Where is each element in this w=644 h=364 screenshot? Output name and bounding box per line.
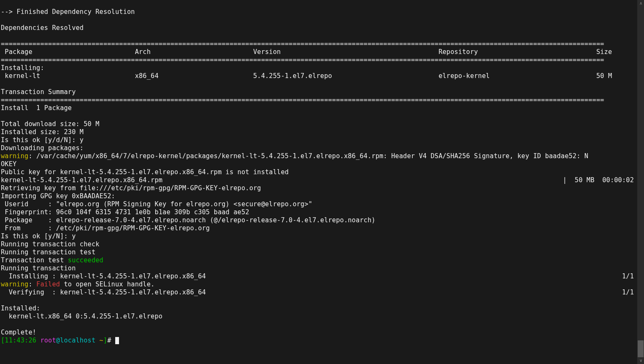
gpg-fingerprint: Fingerprint: 96c0 104f 6315 4731 1e0b b1… [1,208,249,216]
vertical-scrollbar[interactable]: ∧ ∨ [637,0,644,364]
tx-summary: Transaction Summary [1,88,76,96]
gpg-package: Package : elrepo-release-7.0-4.el7.elrep… [1,216,376,224]
installing-label: Installing: [1,64,44,72]
cursor-icon [115,337,119,344]
run-check: Running transaction check [1,240,100,248]
run-test: Running transaction test [1,248,95,256]
divider: ========================================… [1,56,604,64]
gpg-from: From : /etc/pki/rpm-gpg/RPM-GPG-KEY-elre… [1,224,210,232]
verify-progress-row: Verifying : kernel-lt-5.4.255-1.el7.elre… [1,289,643,297]
confirm-prompt: Is this ok [y/d/N]: y [1,136,84,144]
complete: Complete! [1,329,36,336]
header-row: Package Arch Version Repository Size [1,48,612,56]
line: Dependencies Resolved [1,24,84,32]
install-progress-row: Installing : kernel-lt-5.4.255-1.el7.elr… [1,272,643,280]
confirm-prompt: Is this ok [y/N]: y [1,232,76,240]
divider: ========================================… [1,96,604,104]
download-progress-row: kernel-lt-5.4.255-1.el7.elrepo.x86_64.rp… [1,176,643,184]
tx-test-result: Transaction test succeeded [1,256,103,264]
warning-line: warning: /var/cache/yum/x86_64/7/elrepo-… [1,152,588,160]
scroll-up-icon[interactable]: ∧ [637,0,644,7]
installed-size: Installed size: 230 M [1,128,84,136]
running-tx: Running transaction [1,264,76,272]
package-row: kernel-lt x86_64 5.4.255-1.el7.elrepo el… [1,72,612,80]
divider: ========================================… [1,40,604,48]
gpg-userid: Userid : "elrepo.org (RPM Signing Key fo… [1,200,312,208]
warning-tag: warning [1,152,28,160]
succeeded-label: succeeded [68,256,103,264]
installed-package: kernel-lt.x86_64 0:5.4.255-1.el7.elrepo [1,313,162,320]
install-count: Install 1 Package [1,104,72,112]
installed-header: Installed: [1,305,40,312]
import-key: Importing GPG key 0xBAADAE52: [1,192,115,200]
scroll-thumb[interactable] [638,340,644,357]
shell-prompt[interactable]: [11:43:26 root@localhost ~]# [1,337,119,344]
terminal-output[interactable]: --> Finished Dependency Resolution Depen… [0,0,644,345]
pubkey-line: Public key for kernel-lt-5.4.255-1.el7.e… [1,168,289,176]
warning-line: warning: Failed to open SELinux handle. [1,280,154,288]
scroll-down-icon[interactable]: ∨ [637,357,644,364]
failed-label: Failed [36,280,60,288]
line: OKEY [1,160,16,168]
retrieve-key: Retrieving key from file:///etc/pki/rpm-… [1,184,261,192]
line: --> Finished Dependency Resolution [1,8,135,16]
warning-tag: warning [1,280,28,288]
download-size: Total download size: 50 M [1,120,100,128]
downloading: Downloading packages: [1,144,84,152]
